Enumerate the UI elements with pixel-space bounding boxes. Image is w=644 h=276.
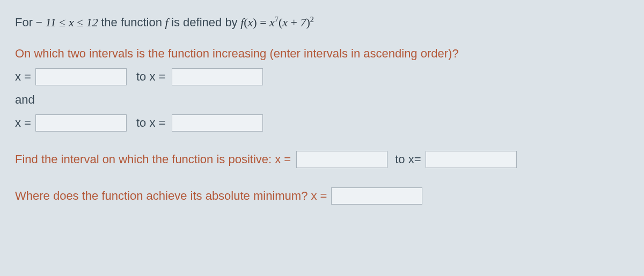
q3-row: Where does the function achieve its abso… — [15, 187, 629, 205]
problem-mid2: is defined by — [171, 16, 238, 30]
to-x-eq-label-2: to x= — [395, 152, 421, 166]
interval-2-start-input[interactable] — [35, 114, 127, 132]
to-x-eq-label-1a: to x = — [136, 70, 165, 84]
positive-interval-end-input[interactable] — [426, 151, 517, 168]
fn-name: f — [162, 16, 171, 30]
positive-interval-start-input[interactable] — [296, 151, 387, 168]
domain-math: − 11 ≤ x ≤ 12 — [33, 16, 101, 30]
interval-1-start-input[interactable] — [35, 68, 127, 85]
x-eq-label-1b: x = — [15, 116, 31, 130]
exponent-7: 7 — [275, 15, 279, 24]
problem-prefix: For — [15, 16, 33, 30]
q1-text: On which two intervals is the function i… — [15, 47, 629, 61]
problem-mid: the function — [101, 16, 162, 30]
interval-1-end-input[interactable] — [172, 68, 263, 85]
x-eq-label-1a: x = — [15, 70, 31, 84]
interval-1-row: x = to x = — [15, 68, 629, 85]
q2-row: Find the interval on which the function … — [15, 151, 629, 168]
q3-text: Where does the function achieve its abso… — [15, 189, 327, 203]
and-label: and — [15, 93, 629, 107]
equation: f(x) = x7(x + 7)2 — [238, 15, 314, 30]
exponent-2: 2 — [310, 15, 314, 24]
absolute-min-input[interactable] — [331, 187, 422, 205]
to-x-eq-label-1b: to x = — [136, 116, 165, 130]
problem-statement: For − 11 ≤ x ≤ 12 the function f is defi… — [15, 15, 629, 30]
q2-text: Find the interval on which the function … — [15, 152, 291, 166]
interval-2-row: x = to x = — [15, 114, 629, 132]
interval-2-end-input[interactable] — [172, 114, 263, 132]
